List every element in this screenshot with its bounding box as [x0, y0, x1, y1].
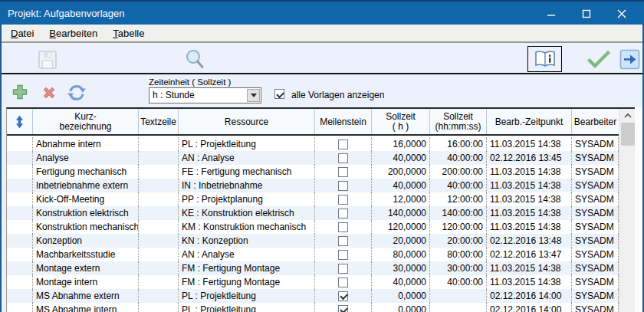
- table-cell: MS Abnahme intern: [33, 303, 139, 312]
- window-border-left: [0, 25, 2, 312]
- close-button[interactable]: [604, 2, 639, 26]
- table-row[interactable]: Montage internFM : Fertigung Montage40,0…: [7, 275, 619, 289]
- menubar: Datei Bearbeiten Tabelle: [2, 25, 642, 43]
- table-cell: 02.12.2016 14:00: [487, 303, 572, 312]
- table-cell: [430, 289, 487, 303]
- delete-icon: [42, 86, 56, 100]
- table-row[interactable]: Kick-Off-MeetingPP : Projektplanung12,00…: [7, 192, 619, 206]
- chevron-down-icon: [251, 94, 257, 97]
- column-header-textzeile[interactable]: Textzeile: [139, 109, 179, 134]
- table-cell: SYSADM: [572, 192, 619, 206]
- minimize-button[interactable]: [534, 2, 569, 26]
- table-row[interactable]: Inbetriebnahme externIN : Inbetriebnahme…: [7, 179, 619, 192]
- show-all-label: alle Vorlagen anzeigen: [291, 90, 384, 100]
- table-row[interactable]: Konstruktion elektrischKE : Konstruktion…: [7, 206, 619, 220]
- confirm-button[interactable]: [587, 51, 610, 69]
- maximize-button[interactable]: [569, 2, 604, 26]
- time-unit-value: h : Stunde: [150, 88, 246, 103]
- save-button[interactable]: [37, 50, 58, 70]
- table-cell: Konzeption: [33, 234, 139, 248]
- window-controls: [534, 2, 639, 26]
- column-header-bearbeiter[interactable]: Bearbeiter: [572, 109, 619, 134]
- milestone-checkbox[interactable]: [338, 181, 348, 191]
- column-header-sollzeit-h[interactable]: Sollzeit ( h ): [372, 109, 430, 134]
- time-unit-dropdown-button[interactable]: [247, 89, 260, 102]
- table-row[interactable]: Montage externFM : Fertigung Montage30,0…: [7, 261, 619, 275]
- titlebar: Projekt: Aufgabenvorlagen: [0, 0, 644, 25]
- table-cell: 40:00:00: [430, 275, 487, 289]
- milestone-checkbox[interactable]: [338, 167, 348, 177]
- menu-tabelle[interactable]: Tabelle: [105, 25, 152, 41]
- table-row[interactable]: Konstruktion mechanischKM : Konstruktion…: [7, 220, 619, 234]
- table-cell: Inbetriebnahme extern: [33, 179, 139, 192]
- milestone-cell: [315, 289, 372, 303]
- column-header-sollzeit-hms[interactable]: Sollzeit (hh:mm:ss): [430, 109, 487, 134]
- milestone-cell: [315, 303, 372, 312]
- table-row[interactable]: MS Abnahme internPL : Projektleitung0,00…: [7, 303, 619, 312]
- column-header-ressource[interactable]: Ressource: [179, 109, 315, 134]
- column-header-sort[interactable]: [7, 109, 33, 134]
- table-cell: 40:00:00: [430, 179, 487, 192]
- milestone-checkbox[interactable]: [338, 278, 348, 287]
- column-header-meilenstein[interactable]: Meilenstein: [315, 109, 372, 134]
- table-cell: Konstruktion mechanisch: [33, 220, 139, 234]
- milestone-checkbox[interactable]: [338, 291, 348, 301]
- info-button[interactable]: [527, 46, 562, 72]
- table-cell: [139, 137, 179, 151]
- menu-bearbeiten[interactable]: Bearbeiten: [41, 25, 105, 41]
- show-all-checkbox[interactable]: [274, 89, 284, 99]
- search-button[interactable]: [182, 48, 207, 71]
- table-cell: [139, 261, 179, 275]
- table-cell: 20,0000: [372, 234, 430, 248]
- table-rows: Abnahme internPL : Projektleitung16,0000…: [7, 137, 619, 312]
- table-cell: Kick-Off-Meeting: [33, 192, 139, 206]
- table-cell: 11.03.2015 14:38: [487, 220, 572, 234]
- column-header-kurzbezeichnung[interactable]: Kurz- bezeichnung: [33, 109, 139, 134]
- milestone-checkbox[interactable]: [338, 209, 348, 218]
- table-cell: 16,0000: [372, 137, 430, 151]
- info-book-icon: [534, 50, 557, 68]
- milestone-cell: [315, 179, 372, 192]
- table-cell: FE : Fertigung mechanisch: [179, 165, 315, 179]
- delete-button[interactable]: [41, 85, 57, 100]
- table-cell: 12:00:00: [430, 192, 487, 206]
- exit-button[interactable]: [619, 49, 640, 70]
- table-cell: 80:00:00: [430, 248, 487, 261]
- row-handle-cell: [7, 137, 33, 151]
- time-unit-select[interactable]: h : Stunde: [149, 87, 261, 103]
- table-cell: Fertigung mechanisch: [33, 165, 139, 179]
- table-row[interactable]: KonzeptionKN : Konzeption20,000020:00:00…: [7, 234, 619, 248]
- menu-datei[interactable]: Datei: [3, 25, 41, 41]
- row-handle-cell: [7, 248, 33, 261]
- milestone-cell: [315, 248, 372, 261]
- add-button[interactable]: [12, 84, 28, 100]
- table-cell: Abnahme intern: [33, 137, 139, 151]
- scroll-up-button[interactable]: [619, 109, 636, 122]
- milestone-checkbox[interactable]: [338, 305, 348, 312]
- table-cell: [430, 303, 487, 312]
- column-header-bearb-zeitpunkt[interactable]: Bearb.-Zeitpunkt: [487, 109, 572, 134]
- table-row[interactable]: AnalyseAN : Analyse40,000040:00:0002.12.…: [7, 151, 619, 165]
- table-cell: SYSADM: [572, 234, 619, 248]
- table-cell: 40,0000: [372, 275, 430, 289]
- milestone-checkbox[interactable]: [338, 153, 348, 163]
- milestone-checkbox[interactable]: [338, 264, 348, 274]
- table-cell: [139, 234, 179, 248]
- row-handle-cell: [7, 179, 33, 192]
- vertical-scrollbar[interactable]: [619, 109, 636, 312]
- table-cell: 30:00:00: [430, 261, 487, 275]
- table-row[interactable]: MS Abnahme externPL : Projektleitung0,00…: [7, 289, 619, 303]
- scrollbar-thumb[interactable]: [621, 123, 635, 146]
- milestone-checkbox[interactable]: [338, 236, 348, 246]
- refresh-button[interactable]: [66, 82, 87, 103]
- table-cell: 02.12.2016 14:00: [487, 289, 572, 303]
- milestone-checkbox[interactable]: [338, 222, 348, 232]
- refresh-icon: [67, 83, 87, 103]
- milestone-checkbox[interactable]: [338, 195, 348, 205]
- milestone-checkbox[interactable]: [338, 140, 348, 149]
- table-cell: Analyse: [33, 151, 139, 165]
- table-row[interactable]: Abnahme internPL : Projektleitung16,0000…: [7, 137, 619, 151]
- milestone-checkbox[interactable]: [338, 250, 348, 260]
- table-row[interactable]: MachbarkeitsstudieAN : Analyse80,000080:…: [7, 248, 619, 261]
- table-row[interactable]: Fertigung mechanischFE : Fertigung mecha…: [7, 165, 619, 179]
